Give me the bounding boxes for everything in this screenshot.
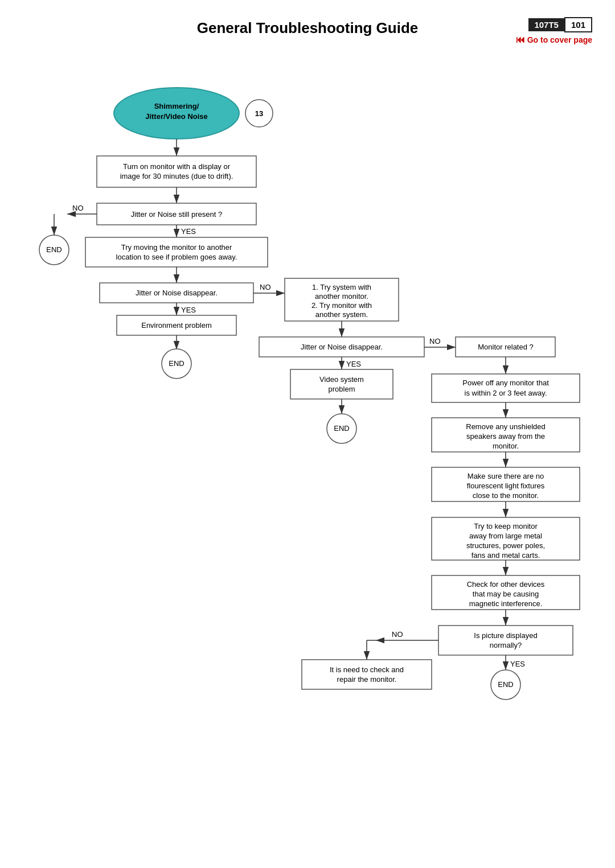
page-number: 101 [564,17,592,32]
start-label-line1: Shimmering/ [154,102,199,110]
end4-label: END [498,680,513,689]
page-title: General Troubleshooting Guide [125,17,490,37]
flowchart: Shimmering/ Jitter/Video Noise 13 Turn o… [23,56,592,844]
box4-text: Environment problem [141,321,212,330]
yes1-label: YES [181,227,196,236]
box3-text: Jitter or Noise disappear. [136,289,218,297]
box15-text1: It is need to check and [330,665,404,674]
box12-text4: fans and metal carts. [472,551,540,560]
box6-text: Jitter or Noise disappear. [301,343,383,351]
box11-text1: Make sure there are no [468,472,544,480]
box2-rect [85,237,268,267]
box2-text2: location to see if problem goes away. [116,253,237,261]
box12-text1: Try to keep monitor [474,522,538,530]
doc-number: 107T5 [528,18,564,31]
step-number-label: 13 [255,109,263,118]
header-right: 107T5 101 ⏮ Go to cover page [490,17,592,45]
box5-text2: another monitor. [315,292,368,301]
box13-text1: Check for other devices [467,580,545,589]
end2-label: END [169,359,184,368]
doc-badge: 107T5 101 [528,17,592,32]
flowchart-svg: Shimmering/ Jitter/Video Noise 13 Turn o… [23,56,592,842]
yes3-label: YES [346,360,361,368]
box13-text3: magnetic interference. [469,599,543,608]
box12-text2: away from large metal [469,532,542,540]
box11-text2: flourescent light fixtures [467,482,545,490]
cover-link[interactable]: ⏮ Go to cover page [516,35,592,45]
box7-text2: problem [329,385,355,393]
yes2-label: YES [181,306,196,314]
box5-text1: 1. Try system with [312,283,371,291]
box15-rect [302,660,432,689]
end3-label: END [334,424,349,433]
box10-text1: Remove any unshielded [466,422,545,431]
box5-text4: another system. [315,310,368,319]
start-label-line2: Jitter/Video Noise [145,112,208,121]
box8-text: Monitor related ? [478,343,534,351]
box9-text1: Power off any monitor that [462,379,549,387]
box7-text1: Video system [319,375,364,384]
cover-link-icon: ⏮ [516,35,525,45]
box12-text3: structures, power poles, [466,541,545,550]
box10-text3: monitor. [493,442,519,450]
end1-label: END [46,245,62,254]
box2-text1: Try moving the monitor to another [121,243,232,252]
cover-link-label: Go to cover page [527,35,592,44]
box10-text2: speakers away from the [466,432,545,441]
box11-text3: close to the monitor. [473,491,539,500]
box5-text3: 2. Try monitor with [311,301,372,310]
box15-text2: repair the monitor. [337,675,397,684]
page: General Troubleshooting Guide 107T5 101 … [0,0,615,868]
header: General Troubleshooting Guide 107T5 101 … [23,17,592,45]
no4-label: NO [392,630,403,639]
box14-text2: normally? [490,641,522,649]
no2-label: NO [260,283,271,291]
box13-text2: that may be causing [473,590,539,598]
yes4-label: YES [510,660,525,668]
box7-rect [290,369,393,399]
no1-label: NO [72,204,84,212]
diamond1-text: Jitter or Noise still present ? [131,210,222,219]
box1-text2: image for 30 minutes (due to drift). [120,172,233,180]
box9-text2: is within 2 or 3 feet away. [465,389,547,397]
box14-rect [438,626,573,655]
box1-text1: Turn on monitor with a display or [123,162,231,171]
box14-text1: Is picture displayed [474,631,537,640]
no3-label: NO [429,337,441,345]
